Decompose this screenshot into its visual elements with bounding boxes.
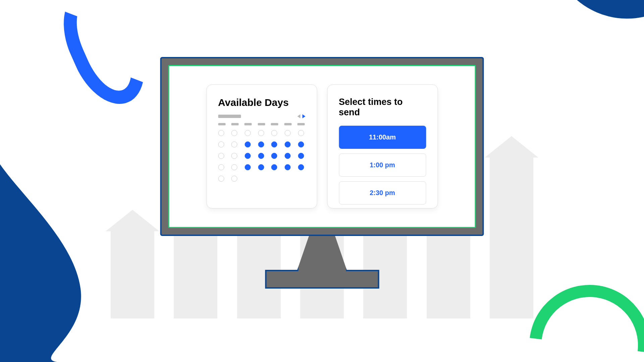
calendar-prev-icon[interactable]	[297, 114, 300, 118]
calendar-day[interactable]	[218, 176, 224, 182]
calendar-weekday-row	[218, 123, 305, 125]
month-label-placeholder	[218, 115, 241, 118]
calendar-day[interactable]	[258, 130, 264, 136]
time-options-list: 11:00am1:00 pm2:30 pm	[339, 126, 426, 204]
calendar-day[interactable]	[231, 141, 237, 147]
calendar-day[interactable]	[245, 153, 251, 159]
time-option-button[interactable]: 11:00am	[339, 126, 426, 149]
select-times-card: Select times to send 11:00am1:00 pm2:30 …	[327, 84, 438, 208]
calendar-day[interactable]	[218, 141, 224, 147]
calendar-month-row	[218, 114, 305, 118]
monitor-illustration: Available Days Select times to send 11:0…	[160, 57, 484, 289]
select-times-title: Select times to send	[339, 97, 426, 118]
calendar-day[interactable]	[231, 164, 237, 170]
monitor-stand-neck	[297, 236, 347, 271]
calendar-day[interactable]	[231, 130, 237, 136]
calendar-day[interactable]	[271, 153, 277, 159]
calendar-day[interactable]	[271, 130, 277, 136]
calendar-day[interactable]	[231, 176, 237, 182]
calendar-day[interactable]	[258, 141, 264, 147]
calendar-day[interactable]	[218, 164, 224, 170]
calendar-day[interactable]	[298, 141, 304, 147]
calendar-nav	[297, 114, 305, 118]
decorative-blob-bottomleft	[0, 154, 121, 362]
time-option-button[interactable]: 2:30 pm	[339, 181, 426, 204]
calendar-day[interactable]	[258, 164, 264, 170]
calendar-grid	[218, 130, 305, 182]
time-option-button[interactable]: 1:00 pm	[339, 154, 426, 177]
monitor-bezel: Available Days Select times to send 11:0…	[160, 57, 484, 236]
calendar-day[interactable]	[258, 153, 264, 159]
calendar-day[interactable]	[285, 153, 291, 159]
screen-content: Available Days Select times to send 11:0…	[168, 65, 476, 228]
available-days-card: Available Days	[206, 84, 317, 208]
calendar-day[interactable]	[285, 130, 291, 136]
calendar-day[interactable]	[285, 164, 291, 170]
calendar-day[interactable]	[245, 164, 251, 170]
calendar-day[interactable]	[298, 153, 304, 159]
calendar-next-icon[interactable]	[302, 114, 305, 118]
decorative-blob-topright	[543, 0, 644, 101]
calendar-day[interactable]	[218, 130, 224, 136]
calendar-day[interactable]	[245, 130, 251, 136]
calendar-day[interactable]	[271, 141, 277, 147]
calendar-day[interactable]	[285, 141, 291, 147]
calendar-day[interactable]	[298, 164, 304, 170]
calendar-day[interactable]	[271, 164, 277, 170]
monitor-stand-base	[265, 270, 379, 289]
calendar-day[interactable]	[231, 153, 237, 159]
calendar-day[interactable]	[298, 130, 304, 136]
calendar-day[interactable]	[245, 141, 251, 147]
available-days-title: Available Days	[218, 97, 305, 108]
calendar-day[interactable]	[218, 153, 224, 159]
